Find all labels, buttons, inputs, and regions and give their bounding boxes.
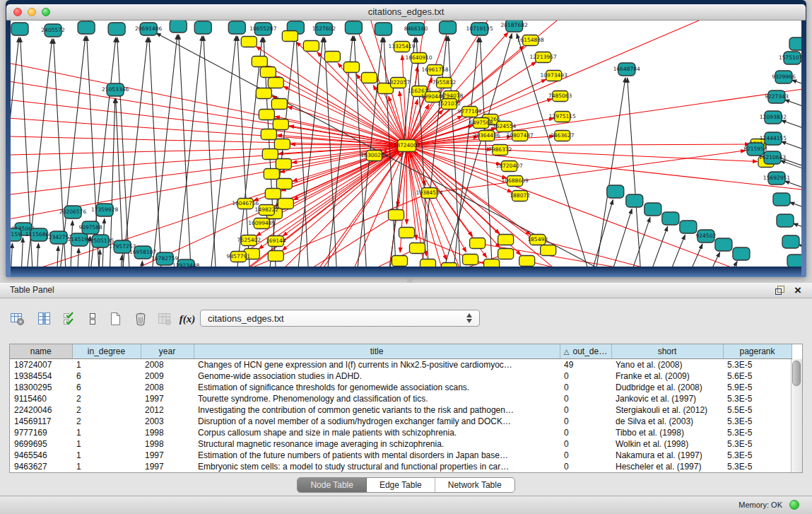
graph-node-yellow[interactable] (470, 238, 486, 249)
graph-node-yellow[interactable] (268, 251, 283, 262)
table-scrollbar[interactable] (791, 359, 802, 472)
column-header-short[interactable]: short (611, 344, 723, 359)
graph-node-teal[interactable] (787, 255, 801, 267)
graph-node-yellow[interactable] (519, 256, 535, 267)
table-cell: 5.3E-5 (723, 450, 792, 461)
table-cell: 1 (72, 461, 141, 472)
row-height-icon[interactable] (83, 308, 102, 329)
graph-node-teal[interactable] (375, 23, 392, 35)
graph-node-teal[interactable] (11, 23, 28, 35)
graph-node-yellow[interactable] (399, 228, 414, 238)
graph-node-teal[interactable] (228, 21, 245, 34)
graph-node-teal[interactable] (645, 203, 661, 216)
select-columns-icon[interactable] (61, 308, 79, 329)
graph-node-teal[interactable] (715, 238, 732, 251)
column-header-title[interactable]: title (194, 344, 560, 359)
graph-node-yellow[interactable] (420, 259, 436, 267)
graph-node-yellow[interactable] (484, 259, 500, 267)
graph-node-yellow[interactable] (278, 199, 293, 209)
tab-node-table[interactable]: Node Table (298, 478, 367, 492)
graph-node-teal[interactable] (78, 21, 95, 34)
function-builder-icon[interactable]: f(x) (178, 308, 196, 329)
graph-node-yellow[interactable] (303, 41, 319, 52)
graph-node-label: 9329966 (772, 74, 796, 81)
window-titlebar[interactable]: citations_edges.txt (6, 4, 806, 21)
graph-node-label: 9227343 (765, 94, 789, 100)
graph-node-teal[interactable] (782, 235, 799, 248)
graph-node-yellow[interactable] (388, 210, 404, 221)
graph-node-yellow[interactable] (343, 62, 359, 73)
graph-node-yellow[interactable] (252, 57, 267, 67)
graph-node-yellow[interactable] (264, 169, 279, 180)
table-cell: Embryonic stem cells: a model to study s… (194, 461, 560, 472)
graph-node-teal[interactable] (777, 214, 794, 227)
graph-node-teal[interactable] (194, 21, 211, 34)
column-header-in_degree[interactable]: in_degree (72, 344, 141, 359)
graph-node-yellow[interactable] (268, 78, 283, 88)
graph-node-teal[interactable] (626, 194, 643, 207)
table-row[interactable]: 946554611997Estimation of the future num… (10, 450, 792, 461)
graph-node-label: 1498222 (255, 207, 279, 214)
graph-node-teal[interactable] (108, 23, 125, 35)
graph-node-yellow[interactable] (276, 179, 292, 189)
graph-node-teal[interactable] (607, 185, 624, 198)
graph-node-yellow[interactable] (276, 159, 291, 170)
graph-node-yellow[interactable] (410, 243, 425, 254)
graph-node-teal[interactable] (662, 212, 679, 225)
graph-node-yellow[interactable] (273, 119, 288, 130)
graph-node-teal[interactable] (440, 21, 457, 34)
table-cell: 18300295 (10, 382, 72, 393)
graph-node-yellow[interactable] (361, 73, 377, 83)
graph-node-yellow[interactable] (271, 99, 287, 110)
graph-node-yellow[interactable] (498, 235, 514, 245)
table-row[interactable]: 1872400712008Changes of HCN gene express… (10, 359, 792, 371)
graph-node-yellow[interactable] (274, 139, 290, 150)
graph-node-yellow[interactable] (260, 67, 276, 78)
graph-node-yellow[interactable] (282, 31, 298, 42)
citation-network-graph[interactable]: 2405572206914061065528715276028466160107… (11, 21, 801, 267)
column-chooser-icon[interactable] (35, 308, 54, 329)
float-panel-icon[interactable] (775, 286, 784, 294)
new-table-icon[interactable] (106, 308, 124, 329)
table-row[interactable]: 969969511998Structural magnetic resonanc… (10, 438, 792, 450)
table-scrollbar-thumb[interactable] (792, 361, 801, 386)
tab-edge-table[interactable]: Edge Table (367, 478, 435, 492)
graph-node-yellow[interactable] (463, 255, 478, 265)
table-row[interactable]: 1830029562008Estimation of significance … (10, 382, 792, 393)
close-panel-icon[interactable]: × (794, 283, 801, 298)
table-row[interactable]: 1938455462009Genome-wide association stu… (10, 370, 792, 382)
graph-node-yellow[interactable] (265, 189, 281, 199)
table-cell: 9465546 (10, 450, 72, 461)
table-source-select[interactable]: citations_edges.txt (200, 310, 480, 327)
table-row[interactable]: 2242004622012Investigating the contribut… (10, 404, 792, 416)
column-header-out_de[interactable]: △out_de… (560, 344, 611, 359)
graph-node-yellow[interactable] (256, 88, 271, 99)
table-row[interactable]: 977716911998Corpus callosum shape and si… (10, 427, 792, 438)
delete-table-icon[interactable] (131, 308, 150, 329)
graph-node-teal[interactable] (680, 221, 697, 233)
graph-node-yellow[interactable] (498, 249, 514, 259)
graph-node-yellow[interactable] (262, 149, 278, 160)
table-row[interactable]: 946362711997Embryonic stem cells: a mode… (10, 461, 792, 472)
network-canvas[interactable]: 2405572206914061065528715276028466160107… (11, 21, 801, 267)
graph-node-yellow[interactable] (541, 245, 556, 256)
graph-node-teal[interactable] (345, 21, 362, 34)
column-header-name[interactable]: name (10, 344, 72, 359)
tab-network-table[interactable]: Network Table (435, 478, 514, 492)
graph-node-yellow[interactable] (241, 37, 257, 47)
column-header-year[interactable]: year (141, 344, 194, 359)
graph-node-teal[interactable] (733, 247, 750, 260)
table-row[interactable]: 1456911722003Disruption of a novel membe… (10, 416, 792, 427)
graph-node-yellow[interactable] (259, 110, 274, 120)
graph-node-teal[interactable] (773, 193, 790, 206)
table-settings-icon[interactable] (8, 308, 27, 329)
table-row[interactable]: 911546021997Tourette syndrome. Phenomeno… (10, 393, 792, 404)
graph-node-yellow[interactable] (324, 52, 340, 62)
column-header-pagerank[interactable]: pagerank (723, 344, 792, 359)
graph-node-yellow[interactable] (261, 129, 276, 140)
graph-node-teal[interactable] (789, 37, 801, 50)
table-cell: Disruption of a novel member of a sodium… (194, 416, 560, 427)
table-cell: 2003 (141, 416, 194, 427)
graph-node-yellow[interactable] (392, 256, 407, 267)
graph-node-teal[interactable] (170, 21, 187, 33)
